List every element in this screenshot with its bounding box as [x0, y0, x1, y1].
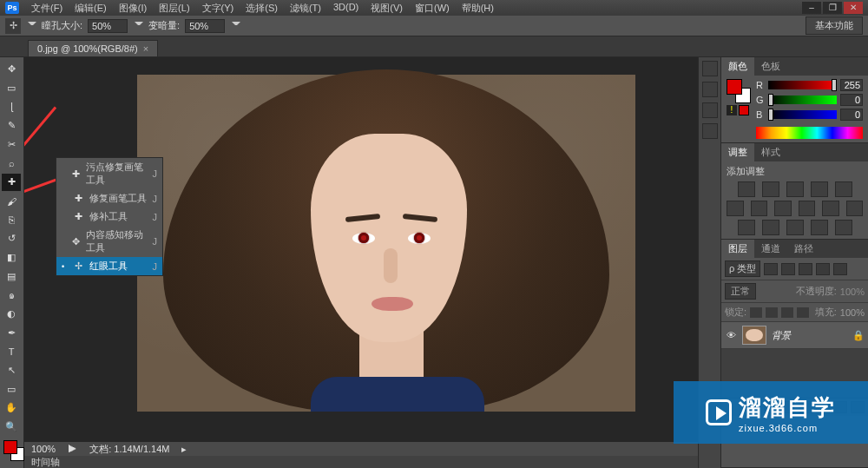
b-slider[interactable]	[768, 110, 837, 119]
menu-layer[interactable]: 图层(L)	[154, 1, 194, 16]
adj-brightness[interactable]	[738, 181, 755, 197]
dock-button-properties[interactable]	[702, 82, 718, 97]
dock-button-history[interactable]	[702, 61, 718, 76]
menu-image[interactable]: 图像(I)	[114, 1, 152, 16]
adj-levels[interactable]	[762, 181, 779, 197]
eraser-tool[interactable]: ◧	[2, 249, 21, 267]
blend-mode-select[interactable]: 正常	[725, 283, 756, 300]
move-tool[interactable]: ✥	[2, 61, 21, 78]
filter-pixel-icon[interactable]	[764, 263, 778, 275]
chevron-down-icon[interactable]	[28, 22, 36, 30]
pupil-size-input[interactable]	[88, 19, 128, 33]
restore-button[interactable]: ❐	[823, 2, 842, 14]
panel-color-swatches[interactable]: !	[727, 79, 751, 114]
menu-3d[interactable]: 3D(D)	[328, 1, 364, 16]
layer-thumbnail[interactable]	[742, 326, 766, 345]
tab-adjustments[interactable]: 调整	[721, 143, 754, 161]
menu-file[interactable]: 文件(F)	[26, 1, 68, 16]
blur-tool[interactable]: ๑	[2, 287, 21, 304]
darken-amount-input[interactable]	[185, 19, 225, 33]
fill-value[interactable]: 100%	[840, 307, 865, 318]
menu-type[interactable]: 文字(Y)	[197, 1, 240, 16]
g-value[interactable]: 0	[840, 94, 863, 106]
tab-styles[interactable]: 样式	[754, 143, 787, 161]
document-canvas[interactable]	[137, 75, 635, 412]
lock-transparent-icon[interactable]	[750, 307, 762, 318]
lock-image-icon[interactable]	[766, 307, 778, 318]
adj-threshold[interactable]	[786, 220, 804, 235]
canvas-area[interactable]: ✚ 污点修复画笔工具 J ✚ 修复画笔工具 J ✚ 修补工具 J ✥ 内容感知移…	[24, 57, 698, 468]
workspace-switcher[interactable]: 基本功能	[806, 16, 863, 35]
adj-vibrance[interactable]	[835, 181, 852, 197]
crop-tool[interactable]: ✂	[2, 136, 21, 154]
flyout-item-spot-healing[interactable]: ✚ 污点修复画笔工具 J	[56, 158, 162, 189]
adj-exposure[interactable]	[811, 181, 828, 197]
visibility-icon[interactable]: 👁	[725, 330, 737, 340]
tab-channels[interactable]: 通道	[754, 240, 787, 258]
adj-gradient-map[interactable]	[811, 220, 828, 235]
adj-bw[interactable]	[774, 201, 792, 216]
foreground-color-swatch[interactable]	[3, 440, 17, 454]
menu-window[interactable]: 窗口(W)	[410, 1, 455, 16]
tab-swatches[interactable]: 色板	[754, 57, 787, 76]
close-tab-icon[interactable]: ×	[143, 43, 148, 54]
filter-type-icon[interactable]	[799, 263, 812, 275]
adj-photo-filter[interactable]	[799, 201, 816, 216]
tab-layers[interactable]: 图层	[721, 240, 754, 258]
gamut-warning-icon[interactable]: !	[727, 105, 737, 115]
tab-paths[interactable]: 路径	[787, 240, 820, 258]
chevron-down-icon[interactable]	[232, 22, 240, 30]
filter-smart-icon[interactable]	[833, 263, 847, 275]
adj-posterize[interactable]	[762, 220, 779, 235]
chevron-down-icon[interactable]	[135, 22, 143, 30]
timeline-panel-tab[interactable]: 时间轴	[24, 456, 698, 468]
lock-all-icon[interactable]	[797, 307, 809, 318]
lock-position-icon[interactable]	[781, 307, 793, 318]
menu-select[interactable]: 选择(S)	[240, 1, 283, 16]
lock-icon[interactable]: 🔒	[852, 330, 865, 341]
gradient-tool[interactable]: ▤	[2, 267, 21, 285]
adj-color-balance[interactable]	[751, 201, 768, 216]
tool-preset-picker[interactable]: ✢	[5, 18, 21, 34]
menu-edit[interactable]: 编辑(E)	[69, 1, 112, 16]
layer-filter-kind[interactable]: ρ 类型	[725, 260, 760, 277]
adj-invert[interactable]	[738, 220, 755, 235]
menu-filter[interactable]: 滤镜(T)	[285, 1, 326, 16]
history-brush-tool[interactable]: ↺	[2, 230, 21, 247]
path-select-tool[interactable]: ↖	[2, 362, 21, 379]
flyout-item-healing[interactable]: ✚ 修复画笔工具 J	[56, 189, 162, 208]
zoom-tool[interactable]: 🔍	[2, 419, 21, 436]
marquee-tool[interactable]: ▭	[2, 80, 21, 97]
flyout-item-red-eye[interactable]: • ✢ 红眼工具 J	[56, 257, 162, 275]
menu-view[interactable]: 视图(V)	[365, 1, 408, 16]
b-value[interactable]: 0	[840, 109, 863, 121]
g-slider[interactable]	[768, 96, 837, 104]
layer-name[interactable]: 背景	[772, 329, 847, 342]
document-tab[interactable]: 0.jpg @ 100%(RGB/8#) ×	[28, 40, 158, 56]
tab-color[interactable]: 颜色	[721, 57, 754, 76]
brush-tool[interactable]: 🖌	[2, 193, 21, 210]
quick-select-tool[interactable]: ✎	[2, 117, 21, 135]
layer-row-background[interactable]: 👁 背景 🔒	[721, 322, 868, 349]
hand-tool[interactable]: ✋	[2, 399, 21, 417]
color-swatches[interactable]	[2, 440, 22, 465]
shape-tool[interactable]: ▭	[2, 380, 21, 398]
r-slider[interactable]	[768, 81, 837, 89]
minimize-button[interactable]: –	[802, 2, 821, 14]
menu-help[interactable]: 帮助(H)	[457, 1, 499, 16]
flyout-item-content-aware-move[interactable]: ✥ 内容感知移动工具 J	[56, 226, 162, 257]
dock-button-paragraph[interactable]	[702, 123, 718, 139]
adj-color-lookup[interactable]	[846, 201, 864, 216]
status-more-icon[interactable]: ▸	[181, 444, 187, 455]
adj-hue[interactable]	[727, 201, 744, 216]
flyout-item-patch[interactable]: ✚ 修补工具 J	[56, 208, 162, 226]
r-value[interactable]: 255	[840, 79, 863, 91]
zoom-level[interactable]: 100%	[31, 444, 56, 454]
dock-button-character[interactable]	[702, 102, 718, 118]
close-button[interactable]: ✕	[844, 2, 863, 14]
opacity-value[interactable]: 100%	[840, 287, 865, 297]
lasso-tool[interactable]: ɭ	[2, 98, 21, 115]
gamut-color-icon[interactable]	[739, 105, 749, 115]
adj-selective-color[interactable]	[835, 220, 852, 235]
adj-curves[interactable]	[786, 181, 804, 197]
